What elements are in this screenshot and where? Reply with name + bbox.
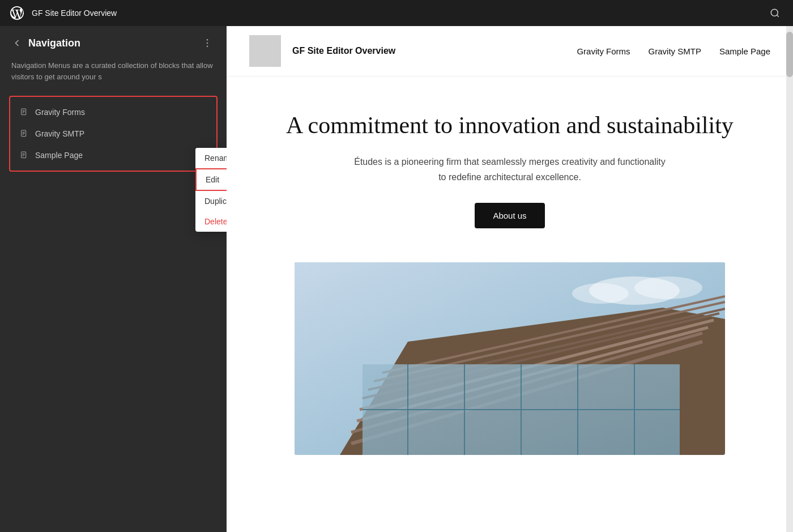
about-us-button[interactable]: About us bbox=[475, 203, 544, 228]
wordpress-logo[interactable] bbox=[9, 5, 25, 21]
nav-items-list: Gravity Forms Gravity SMTP bbox=[9, 96, 218, 172]
site-nav-gravity-forms[interactable]: Gravity Forms bbox=[577, 46, 630, 56]
svg-point-38 bbox=[572, 283, 629, 304]
site-header: GF Site Editor Overview Gravity Forms Gr… bbox=[227, 26, 793, 76]
scrollbar-thumb[interactable] bbox=[786, 32, 793, 77]
svg-point-3 bbox=[207, 42, 208, 44]
hero-description: Études is a pioneering firm that seamles… bbox=[351, 154, 668, 185]
site-nav-sample-page[interactable]: Sample Page bbox=[719, 46, 770, 56]
nav-item-gravity-smtp[interactable]: Gravity SMTP bbox=[10, 123, 216, 144]
context-menu-rename[interactable]: Rename bbox=[195, 148, 227, 168]
svg-point-2 bbox=[207, 39, 208, 41]
image-section bbox=[227, 251, 793, 455]
page-icon bbox=[19, 107, 29, 117]
sidebar: Navigation Navigation Menus are a curate… bbox=[0, 26, 227, 532]
sidebar-header: Navigation bbox=[0, 26, 227, 60]
svg-point-4 bbox=[207, 46, 208, 48]
site-logo bbox=[249, 35, 281, 67]
page-icon-3 bbox=[19, 150, 29, 160]
hero-title: A commitment to innovation and sustainab… bbox=[283, 110, 736, 141]
nav-item-gravity-forms-label: Gravity Forms bbox=[35, 108, 85, 117]
nav-item-gravity-forms[interactable]: Gravity Forms bbox=[10, 101, 216, 123]
context-menu-edit[interactable]: Edit bbox=[195, 168, 227, 191]
top-bar-title: GF Site Editor Overview bbox=[32, 8, 759, 18]
preview-scrollbar[interactable] bbox=[786, 26, 793, 532]
preview-area: GF Site Editor Overview Gravity Forms Gr… bbox=[227, 26, 793, 532]
sidebar-title: Navigation bbox=[28, 37, 194, 49]
svg-line-1 bbox=[777, 15, 778, 16]
nav-item-gravity-smtp-label: Gravity SMTP bbox=[35, 129, 84, 138]
back-button[interactable] bbox=[11, 37, 23, 49]
svg-point-0 bbox=[771, 9, 778, 16]
nav-item-sample-page[interactable]: Sample Page bbox=[10, 144, 216, 166]
building-image bbox=[295, 262, 725, 455]
site-title-preview: GF Site Editor Overview bbox=[292, 46, 565, 56]
sidebar-description: Navigation Menus are a curated collectio… bbox=[0, 60, 227, 91]
context-menu-duplicate[interactable]: Duplicate bbox=[195, 191, 227, 211]
more-options-button[interactable] bbox=[199, 35, 215, 51]
hero-section: A commitment to innovation and sustainab… bbox=[227, 76, 793, 251]
nav-item-sample-page-label: Sample Page bbox=[35, 151, 83, 160]
context-menu-delete[interactable]: Delete bbox=[195, 211, 227, 232]
top-bar: GF Site Editor Overview bbox=[0, 0, 793, 26]
main-area: Navigation Navigation Menus are a curate… bbox=[0, 26, 793, 532]
svg-point-37 bbox=[634, 276, 702, 299]
site-nav-gravity-smtp[interactable]: Gravity SMTP bbox=[649, 46, 701, 56]
page-icon-2 bbox=[19, 129, 29, 139]
site-nav: Gravity Forms Gravity SMTP Sample Page bbox=[577, 46, 770, 56]
context-menu: Rename Edit Duplicate Delete bbox=[195, 148, 227, 232]
search-button[interactable] bbox=[766, 4, 784, 22]
